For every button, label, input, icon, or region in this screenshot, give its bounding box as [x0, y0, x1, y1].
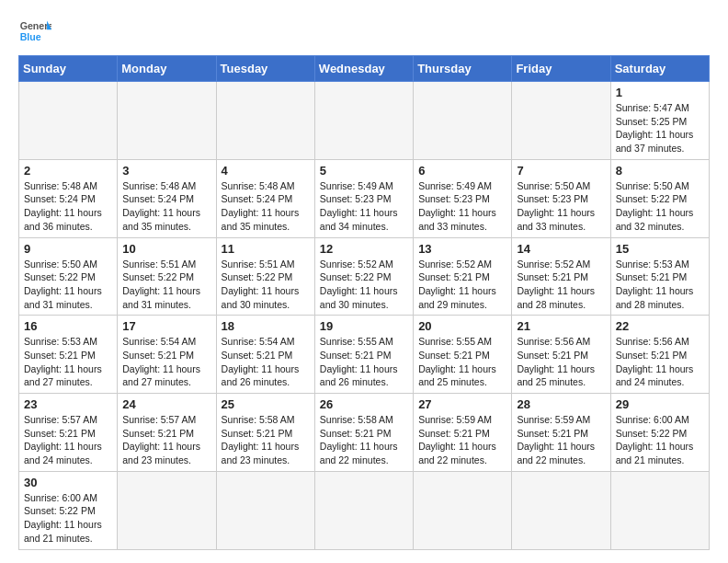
- cell-info: Sunrise: 5:52 AMSunset: 5:22 PMDaylight:…: [320, 258, 408, 312]
- cell-info: Sunrise: 5:55 AMSunset: 5:21 PMDaylight:…: [320, 335, 408, 389]
- cell-info: Sunrise: 5:56 AMSunset: 5:21 PMDaylight:…: [616, 335, 704, 389]
- svg-text:General: General: [20, 20, 51, 31]
- cell-info: Sunrise: 5:48 AMSunset: 5:24 PMDaylight:…: [24, 179, 112, 234]
- calendar-cell: 14Sunrise: 5:52 AMSunset: 5:21 PMDayligh…: [512, 237, 610, 316]
- calendar-cell: 18Sunrise: 5:54 AMSunset: 5:21 PMDayligh…: [216, 316, 314, 394]
- calendar-cell: [314, 471, 413, 549]
- cell-info: Sunrise: 5:59 AMSunset: 5:21 PMDaylight:…: [418, 413, 506, 467]
- cell-info: Sunrise: 5:54 AMSunset: 5:21 PMDaylight:…: [222, 335, 310, 389]
- calendar-cell: 8Sunrise: 5:50 AMSunset: 5:22 PMDaylight…: [610, 159, 709, 237]
- calendar-week-row: 16Sunrise: 5:53 AMSunset: 5:21 PMDayligh…: [19, 316, 710, 394]
- weekday-header-row: SundayMondayTuesdayWednesdayThursdayFrid…: [19, 56, 710, 82]
- day-number: 17: [122, 319, 210, 333]
- day-number: 25: [222, 397, 310, 411]
- day-number: 3: [122, 164, 210, 178]
- calendar-week-row: 30Sunrise: 6:00 AMSunset: 5:22 PMDayligh…: [19, 471, 710, 549]
- calendar-cell: 6Sunrise: 5:49 AMSunset: 5:23 PMDaylight…: [414, 159, 512, 237]
- cell-info: Sunrise: 5:54 AMSunset: 5:21 PMDaylight:…: [122, 335, 210, 389]
- day-number: 23: [24, 397, 112, 411]
- calendar-cell: 28Sunrise: 5:59 AMSunset: 5:21 PMDayligh…: [512, 394, 610, 472]
- generalblue-logo-icon: General Blue: [18, 15, 51, 48]
- svg-text:Blue: Blue: [20, 31, 41, 42]
- calendar-cell: [216, 471, 314, 549]
- cell-info: Sunrise: 6:00 AMSunset: 5:22 PMDaylight:…: [616, 413, 704, 467]
- day-number: 29: [616, 397, 704, 411]
- cell-info: Sunrise: 5:59 AMSunset: 5:21 PMDaylight:…: [517, 413, 605, 467]
- calendar-cell: 17Sunrise: 5:54 AMSunset: 5:21 PMDayligh…: [118, 316, 216, 394]
- calendar-cell: 29Sunrise: 6:00 AMSunset: 5:22 PMDayligh…: [610, 394, 709, 472]
- calendar-cell: 22Sunrise: 5:56 AMSunset: 5:21 PMDayligh…: [610, 316, 709, 394]
- calendar-cell: 12Sunrise: 5:52 AMSunset: 5:22 PMDayligh…: [314, 237, 413, 316]
- calendar-cell: [118, 471, 216, 549]
- day-number: 8: [616, 164, 704, 178]
- day-number: 12: [320, 242, 408, 256]
- day-number: 22: [616, 319, 704, 333]
- calendar-cell: [512, 82, 610, 160]
- calendar-cell: 21Sunrise: 5:56 AMSunset: 5:21 PMDayligh…: [512, 316, 610, 394]
- day-number: 26: [320, 397, 408, 411]
- day-number: 5: [320, 164, 408, 178]
- weekday-header-thursday: Thursday: [414, 56, 512, 82]
- calendar-cell: 1Sunrise: 5:47 AMSunset: 5:25 PMDaylight…: [610, 82, 709, 160]
- weekday-header-monday: Monday: [118, 56, 216, 82]
- weekday-header-wednesday: Wednesday: [314, 56, 413, 82]
- day-number: 11: [222, 242, 310, 256]
- calendar-cell: 27Sunrise: 5:59 AMSunset: 5:21 PMDayligh…: [414, 394, 512, 472]
- cell-info: Sunrise: 5:57 AMSunset: 5:21 PMDaylight:…: [122, 413, 210, 467]
- day-number: 13: [418, 242, 506, 256]
- calendar-cell: 23Sunrise: 5:57 AMSunset: 5:21 PMDayligh…: [19, 394, 118, 472]
- cell-info: Sunrise: 5:52 AMSunset: 5:21 PMDaylight:…: [418, 258, 506, 312]
- calendar-cell: 11Sunrise: 5:51 AMSunset: 5:22 PMDayligh…: [216, 237, 314, 316]
- day-number: 28: [517, 397, 605, 411]
- calendar-week-row: 1Sunrise: 5:47 AMSunset: 5:25 PMDaylight…: [19, 82, 710, 160]
- weekday-header-saturday: Saturday: [610, 56, 709, 82]
- cell-info: Sunrise: 5:49 AMSunset: 5:23 PMDaylight:…: [418, 179, 506, 234]
- cell-info: Sunrise: 5:56 AMSunset: 5:21 PMDaylight:…: [517, 335, 605, 389]
- calendar-cell: 15Sunrise: 5:53 AMSunset: 5:21 PMDayligh…: [610, 237, 709, 316]
- calendar-cell: [19, 82, 118, 160]
- weekday-header-friday: Friday: [512, 56, 610, 82]
- calendar-cell: 7Sunrise: 5:50 AMSunset: 5:23 PMDaylight…: [512, 159, 610, 237]
- calendar-cell: 9Sunrise: 5:50 AMSunset: 5:22 PMDaylight…: [19, 237, 118, 316]
- cell-info: Sunrise: 6:00 AMSunset: 5:22 PMDaylight:…: [24, 491, 112, 546]
- calendar-cell: 20Sunrise: 5:55 AMSunset: 5:21 PMDayligh…: [414, 316, 512, 394]
- calendar-week-row: 2Sunrise: 5:48 AMSunset: 5:24 PMDaylight…: [19, 159, 710, 237]
- calendar-cell: 16Sunrise: 5:53 AMSunset: 5:21 PMDayligh…: [19, 316, 118, 394]
- cell-info: Sunrise: 5:47 AMSunset: 5:25 PMDaylight:…: [616, 101, 704, 155]
- day-number: 20: [418, 319, 506, 333]
- cell-info: Sunrise: 5:55 AMSunset: 5:21 PMDaylight:…: [418, 335, 506, 389]
- day-number: 21: [517, 319, 605, 333]
- cell-info: Sunrise: 5:50 AMSunset: 5:22 PMDaylight:…: [616, 179, 704, 234]
- calendar-cell: [118, 82, 216, 160]
- weekday-header-tuesday: Tuesday: [216, 56, 314, 82]
- logo: General Blue: [18, 15, 51, 48]
- day-number: 7: [517, 164, 605, 178]
- calendar-cell: 3Sunrise: 5:48 AMSunset: 5:24 PMDaylight…: [118, 159, 216, 237]
- calendar-week-row: 9Sunrise: 5:50 AMSunset: 5:22 PMDaylight…: [19, 237, 710, 316]
- cell-info: Sunrise: 5:48 AMSunset: 5:24 PMDaylight:…: [222, 179, 310, 234]
- calendar-cell: [512, 471, 610, 549]
- cell-info: Sunrise: 5:58 AMSunset: 5:21 PMDaylight:…: [320, 413, 408, 467]
- calendar-cell: [414, 82, 512, 160]
- day-number: 24: [122, 397, 210, 411]
- day-number: 14: [517, 242, 605, 256]
- day-number: 16: [24, 319, 112, 333]
- calendar-cell: 10Sunrise: 5:51 AMSunset: 5:22 PMDayligh…: [118, 237, 216, 316]
- calendar-cell: 4Sunrise: 5:48 AMSunset: 5:24 PMDaylight…: [216, 159, 314, 237]
- day-number: 19: [320, 319, 408, 333]
- day-number: 10: [122, 242, 210, 256]
- day-number: 1: [616, 86, 704, 99]
- cell-info: Sunrise: 5:49 AMSunset: 5:23 PMDaylight:…: [320, 179, 408, 234]
- calendar-cell: 26Sunrise: 5:58 AMSunset: 5:21 PMDayligh…: [314, 394, 413, 472]
- calendar-cell: [414, 471, 512, 549]
- day-number: 6: [418, 164, 506, 178]
- cell-info: Sunrise: 5:53 AMSunset: 5:21 PMDaylight:…: [24, 335, 112, 389]
- day-number: 27: [418, 397, 506, 411]
- day-number: 9: [24, 242, 112, 256]
- calendar-cell: 24Sunrise: 5:57 AMSunset: 5:21 PMDayligh…: [118, 394, 216, 472]
- day-number: 15: [616, 242, 704, 256]
- cell-info: Sunrise: 5:50 AMSunset: 5:22 PMDaylight:…: [24, 258, 112, 312]
- calendar-cell: 13Sunrise: 5:52 AMSunset: 5:21 PMDayligh…: [414, 237, 512, 316]
- day-number: 4: [222, 164, 310, 178]
- cell-info: Sunrise: 5:53 AMSunset: 5:21 PMDaylight:…: [616, 258, 704, 312]
